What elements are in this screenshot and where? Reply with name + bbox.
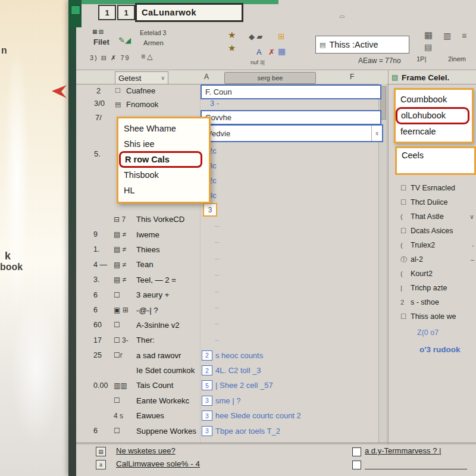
helper-row[interactable]: 17 ☐ 3- Ther: xyxy=(93,333,379,347)
edit-pencil-icon[interactable]: ✎◢ xyxy=(118,36,131,45)
option-checkbox-icon[interactable]: | xyxy=(400,284,411,292)
column-header-f[interactable]: F xyxy=(350,73,354,81)
option-checkbox-icon[interactable]: ( xyxy=(400,270,411,277)
star-icon[interactable]: ★ xyxy=(228,30,236,40)
option-row[interactable]: ☐ TV Esrnacled xyxy=(400,181,474,195)
helper-row[interactable]: 4 s Eawues 3 hee Slede courtc count 2 xyxy=(93,408,379,423)
option-row[interactable]: ( Kourt2 xyxy=(400,267,474,281)
option-checkbox-icon[interactable]: ☐ xyxy=(400,198,411,206)
sheet-view-icon[interactable]: ▦ xyxy=(424,30,433,40)
helper-row[interactable]: 1. ▤ ≠ Thiees xyxy=(93,242,379,257)
formula-input-1[interactable]: F. Coun xyxy=(201,84,381,99)
helper-row[interactable]: ☐ Eante Workekc 3 sme | ? xyxy=(93,393,379,408)
pre-row[interactable]: ▤ Fnomook xyxy=(115,98,198,111)
autocomplete-item[interactable]: Thisbook xyxy=(118,167,209,183)
row-checkbox-icon[interactable]: ▤ ≠ xyxy=(114,230,136,239)
chevron-down-icon[interactable]: – xyxy=(471,256,474,263)
helper-row[interactable]: 3. ▤ ≠ Teel, — 2 = xyxy=(93,273,379,287)
option-row[interactable]: ☐ Dcats Asices xyxy=(400,224,474,238)
row-checkbox-icon[interactable]: ☐ xyxy=(114,291,136,299)
chevron-down-icon[interactable]: - xyxy=(472,242,474,249)
panel-link[interactable]: Z(0 o7 xyxy=(417,328,439,337)
option-checkbox-icon[interactable]: ☐ xyxy=(400,312,411,321)
font-a-icon[interactable]: A xyxy=(256,48,262,57)
statusbar-checkbox[interactable] xyxy=(352,461,361,469)
cell-a-icon[interactable]: a xyxy=(96,460,106,469)
cells-box[interactable]: Ceels xyxy=(395,146,476,175)
file-menu-label[interactable]: Filet xyxy=(93,37,109,46)
sheet-list-icon[interactable]: ▤ xyxy=(96,447,106,456)
sheet-view-icon[interactable]: ▥ xyxy=(443,31,451,40)
option-row[interactable]: ⓛ al-2 – xyxy=(400,252,474,267)
row-checkbox-icon[interactable]: ☐ xyxy=(114,396,136,405)
row-checkbox-icon[interactable]: ☐ 3- xyxy=(114,336,136,345)
window-title[interactable]: CaLunarwok xyxy=(135,3,243,22)
row-checkbox-icon[interactable]: ▤ ≠ xyxy=(114,275,136,284)
table-grid-icon[interactable]: ▦ xyxy=(278,46,286,56)
helper-row[interactable]: 6 ☐ Suppene Workes 3 Tbpe aor toels T_2 xyxy=(93,423,379,438)
checkbox-icon[interactable]: ▤ xyxy=(115,101,126,108)
option-checkbox-icon[interactable]: ( xyxy=(400,242,411,249)
suggestion-item[interactable]: olLohubook xyxy=(396,108,469,124)
star-icon[interactable]: ★ xyxy=(228,43,236,54)
ribbon-sub-icons[interactable]: 3) ⊟ ✗ 79 xyxy=(90,54,130,62)
checkbox-icon[interactable]: ☐ xyxy=(115,87,126,95)
option-checkbox-icon[interactable]: ☐ xyxy=(400,227,411,235)
autocomplete-item[interactable]: R row Cals xyxy=(120,152,202,167)
window-minimize-icon[interactable]: ▭ xyxy=(339,13,345,20)
sheet-tab-1[interactable]: 1 xyxy=(98,5,116,20)
helper-row[interactable]: 4 — ▤ ≠ Tean xyxy=(93,257,379,272)
row-checkbox-icon[interactable]: ▤ ≠ xyxy=(114,261,136,269)
row-checkbox-icon[interactable]: ⊟ 7 xyxy=(114,215,136,224)
sheet-tab-2[interactable]: 1 xyxy=(117,5,135,20)
chevron-down-icon[interactable]: ∨ xyxy=(469,213,474,221)
suggestion-item[interactable]: Coumbbook xyxy=(396,92,472,108)
autocomplete-item[interactable]: HL xyxy=(118,183,209,198)
row-checkbox-icon[interactable]: 4 s xyxy=(114,412,136,420)
helper-row[interactable]: 60 ☐ A-3sinlne v2 xyxy=(93,318,379,333)
option-row[interactable]: ☐ Thct Duiice xyxy=(400,195,474,209)
row-checkbox-icon[interactable]: ☐ xyxy=(114,321,136,329)
insert-grid-icon[interactable]: ⊞ xyxy=(278,32,285,41)
row-checkbox-icon[interactable]: ☐r xyxy=(114,351,136,359)
statusbar-link[interactable]: Ne wsketes uee? xyxy=(116,446,176,455)
sheet-view-icon[interactable]: ▤ xyxy=(424,42,432,52)
spinner-control[interactable]: s xyxy=(371,126,382,141)
helper-row[interactable]: 0.00 ▥▥ Tais Count 5 | Shee 2 cell _57 xyxy=(93,378,379,393)
formula-input-2[interactable]: Covvhe xyxy=(201,110,381,125)
formula-input-3[interactable]: Wedvie s xyxy=(200,124,383,142)
name-box[interactable]: ▤ Thiss :Active xyxy=(315,36,409,54)
helper-row[interactable]: 6 ▣ ⊞ -@-| ? xyxy=(93,302,379,317)
column-header-a[interactable]: A xyxy=(204,73,209,81)
delete-x-icon[interactable]: ✗ xyxy=(268,48,275,57)
helper-row[interactable]: ⊟ 7 This VorkeCD xyxy=(93,212,379,227)
autocomplete-item[interactable]: Shee Whame xyxy=(118,121,209,136)
option-row[interactable]: ☐ Thiss aole we xyxy=(400,309,474,324)
row-checkbox-icon[interactable]: ▣ ⊞ xyxy=(114,306,136,314)
helper-row[interactable]: 9 ▤ ≠ Iweme xyxy=(93,227,379,242)
name-dropdown[interactable]: Getest ∨ xyxy=(115,71,168,84)
row-checkbox-icon[interactable]: ☐ xyxy=(114,427,136,435)
option-row[interactable]: ( That Astle ∨ xyxy=(400,209,474,224)
option-checkbox-icon[interactable]: ( xyxy=(400,213,411,220)
option-checkbox-icon[interactable]: ☐ xyxy=(400,184,411,192)
autocomplete-item[interactable]: Shis iee xyxy=(118,136,209,152)
row-checkbox-icon[interactable]: ▥▥ xyxy=(114,381,136,390)
menu-lines-icon[interactable]: ≡ xyxy=(462,31,466,40)
suggestion-item[interactable]: feerncale xyxy=(396,124,472,140)
panel-link[interactable]: o'3 rudook xyxy=(419,345,460,354)
header-pill-button[interactable]: serg bee xyxy=(224,72,316,84)
option-row[interactable]: 2 s - sthoe xyxy=(400,295,474,309)
option-row[interactable]: | Trichp azte xyxy=(400,281,474,295)
helper-row[interactable]: 25 ☐r a sad rawovr 2 s heoc counts xyxy=(93,348,379,363)
option-checkbox-icon[interactable]: ⓛ xyxy=(400,255,411,264)
shapes-icon[interactable]: ◆ ▰ xyxy=(249,32,263,41)
pre-row[interactable]: ☐ Cuafnee xyxy=(115,84,198,98)
option-row[interactable]: ( Trulex2 - xyxy=(400,238,474,252)
helper-row[interactable]: Ie Sdet coumkok 2 4L. C2 toll _3 xyxy=(93,363,379,378)
ribbon-mid-icons[interactable]: ≡ △ xyxy=(141,52,153,61)
helper-row[interactable]: 6 ☐ 3 aeury + xyxy=(93,287,379,302)
row-checkbox-icon[interactable]: ▤ ≠ xyxy=(114,245,136,253)
statusbar-link[interactable]: CalLimwavee sole% - 4 xyxy=(116,459,200,468)
statusbar-checkbox[interactable] xyxy=(352,447,361,456)
